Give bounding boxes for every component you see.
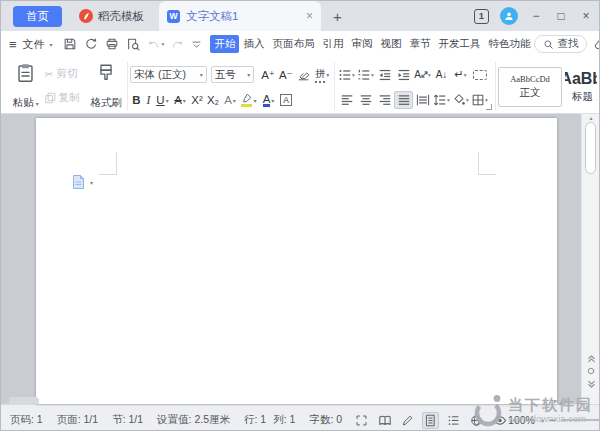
font-size-select[interactable]: 五号 ▾	[211, 66, 254, 83]
status-section[interactable]: 节: 1/1	[112, 413, 143, 427]
ribbon-tab-references[interactable]: 引用	[318, 35, 347, 53]
strike-glyph: A	[174, 94, 182, 106]
redo-icon[interactable]	[171, 38, 184, 51]
ribbon-tab-home[interactable]: 开始	[210, 35, 239, 53]
shading-button[interactable]: ▾	[451, 93, 470, 107]
paste-button[interactable]: 粘贴▾	[7, 59, 45, 113]
bullet-list-button[interactable]: ▾	[337, 68, 356, 82]
customize-toolbar-icon[interactable]	[191, 39, 202, 50]
file-menu[interactable]: ≡ 文件 ▾	[9, 37, 53, 52]
cut-button[interactable]: ✂ 剪切	[45, 67, 88, 81]
zoom-level[interactable]: 100%	[508, 414, 535, 426]
save-icon[interactable]	[63, 37, 77, 51]
copy-button[interactable]: 复制	[45, 91, 88, 105]
docer-logo-icon	[79, 9, 93, 23]
subscript-button[interactable]: X₂	[205, 94, 221, 106]
distribute-button[interactable]	[413, 93, 432, 107]
text-direction-button[interactable]: A↓	[432, 69, 451, 80]
vertical-scrollbar[interactable]: ▴	[581, 114, 599, 404]
status-word-count[interactable]: 字数: 0	[309, 413, 342, 427]
tab-docer-templates[interactable]: 稻壳模板	[68, 1, 155, 31]
strikethrough-button[interactable]: A▾	[171, 94, 189, 106]
text-tools-button[interactable]	[470, 70, 489, 80]
user-avatar[interactable]	[500, 7, 518, 25]
ribbon-tab-insert[interactable]: 插入	[239, 35, 268, 53]
superscript-button[interactable]: X²	[189, 94, 205, 106]
shrink-font-button[interactable]: A⁻	[277, 68, 295, 82]
underline-glyph: U	[156, 94, 164, 106]
tab-document[interactable]: W 文字文稿1 ×	[159, 1, 321, 31]
status-margin-setting[interactable]: 设置值: 2.5厘米	[157, 413, 230, 427]
undo-button[interactable]: ▾	[147, 38, 165, 51]
print-preview-icon[interactable]	[126, 37, 140, 51]
cloud-icon[interactable]	[594, 38, 600, 51]
horizontal-scrollbar-stub[interactable]	[9, 397, 39, 404]
find-button[interactable]: 查找	[534, 35, 587, 53]
zoom-out-button[interactable]: −	[549, 413, 556, 427]
grow-font-button[interactable]: A⁺	[259, 68, 277, 82]
print-icon[interactable]	[105, 37, 119, 51]
zoom-slider[interactable]	[561, 419, 600, 421]
next-page-button[interactable]	[582, 380, 600, 389]
window-count-badge[interactable]: 1	[474, 9, 489, 24]
maximize-button[interactable]: □	[554, 9, 568, 23]
hamburger-icon[interactable]: ≡	[9, 37, 17, 52]
increase-indent-button[interactable]	[394, 68, 413, 82]
tab-home[interactable]: 首页	[13, 6, 62, 27]
select-browse-object-button[interactable]	[582, 367, 600, 375]
phonetic-guide-button[interactable]: 拼 ▾	[312, 67, 332, 83]
justify-button[interactable]	[394, 91, 413, 109]
read-mode-button[interactable]	[376, 412, 393, 429]
writer-doc-icon: W	[167, 10, 180, 23]
outline-view-button[interactable]	[445, 412, 462, 429]
ribbon-tab-review[interactable]: 审阅	[347, 35, 376, 53]
paragraph-dialog-launcher[interactable]	[486, 104, 492, 110]
format-painter-button[interactable]: 格式刷	[87, 59, 125, 113]
close-window-button[interactable]: ×	[579, 9, 593, 23]
group-divider	[495, 62, 496, 110]
smart-paste-widget[interactable]: ▾	[71, 174, 93, 190]
underline-button[interactable]: U▾	[154, 94, 171, 106]
scrollbar-thumb[interactable]	[585, 122, 596, 174]
clear-format-button[interactable]	[295, 68, 313, 81]
italic-button[interactable]: I	[143, 94, 154, 106]
fullscreen-button[interactable]	[353, 412, 370, 429]
status-page-count[interactable]: 页面: 1/1	[57, 413, 98, 427]
character-scale-button[interactable]: A ▾	[413, 69, 432, 80]
ribbon-tab-special-features[interactable]: 特色功能	[484, 35, 534, 53]
align-center-button[interactable]	[356, 93, 375, 107]
bold-button[interactable]: B	[130, 94, 143, 106]
line-spacing-button[interactable]: ▾	[432, 93, 451, 107]
export-pdf-icon[interactable]	[84, 37, 98, 51]
align-right-button[interactable]	[375, 93, 394, 107]
align-left-icon	[340, 93, 354, 107]
numbered-list-button[interactable]: ▾	[356, 68, 375, 82]
ribbon-home: 粘贴▾ ✂ 剪切 复制 格式刷	[1, 57, 599, 114]
font-color-button[interactable]: A▾	[259, 94, 278, 107]
highlight-button[interactable]: ▾	[239, 93, 259, 107]
effect-glyph: A	[224, 94, 232, 106]
eye-protection-button[interactable]	[491, 412, 508, 429]
web-layout-button[interactable]	[468, 412, 485, 429]
menu-bar: ≡ 文件 ▾ ▾	[1, 31, 599, 57]
previous-page-button[interactable]	[582, 354, 600, 363]
pen-icon	[401, 414, 414, 427]
character-border-button[interactable]: A	[278, 94, 294, 106]
ribbon-tab-section[interactable]: 章节	[405, 35, 434, 53]
text-effects-button[interactable]: A▾	[221, 94, 239, 106]
ribbon-tab-page-layout[interactable]: 页面布局	[268, 35, 318, 53]
decrease-indent-button[interactable]	[375, 68, 394, 82]
font-name-select[interactable]: 宋体 (正文) ▾	[130, 66, 207, 83]
page-view-button[interactable]	[422, 412, 439, 429]
align-left-button[interactable]	[337, 93, 356, 107]
new-tab-button[interactable]: +	[333, 8, 342, 25]
ribbon-tab-view[interactable]: 视图	[376, 35, 405, 53]
style-heading1[interactable]: AaBbA 标题 1	[565, 68, 597, 106]
ink-mode-button[interactable]	[399, 412, 416, 429]
status-page-number[interactable]: 页码: 1	[10, 413, 43, 427]
ribbon-tab-developer[interactable]: 开发工具	[434, 35, 484, 53]
style-normal[interactable]: AaBbCcDd 正文	[498, 67, 562, 107]
minimize-button[interactable]: −	[529, 9, 543, 23]
wrap-button[interactable]: ↵ ▾	[451, 68, 470, 81]
close-tab-icon[interactable]: ×	[306, 9, 313, 23]
